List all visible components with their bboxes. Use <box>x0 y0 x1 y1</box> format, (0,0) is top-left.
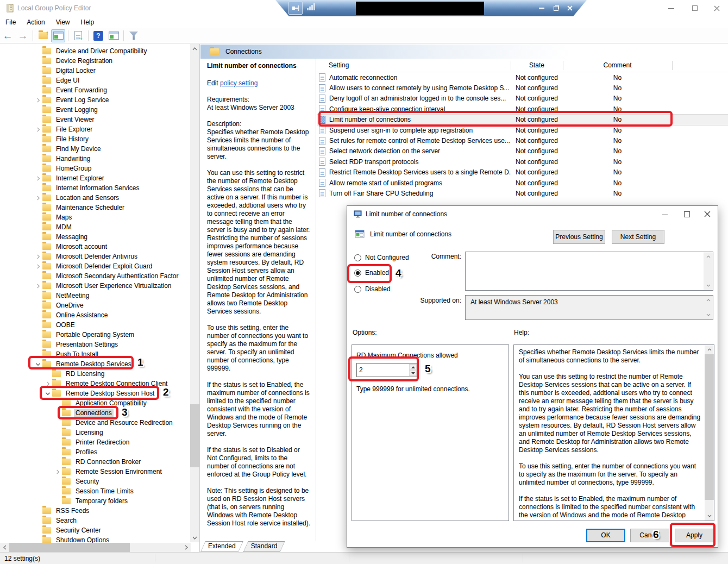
apply-button[interactable]: Apply <box>675 529 714 542</box>
radio-circle-icon[interactable] <box>354 254 361 261</box>
window-minimize-button[interactable] <box>662 0 680 16</box>
setting-row-allow-users-to-connect-remotely-by-using[interactable]: Allow users to connect remotely by using… <box>317 83 728 93</box>
tree-item-messaging[interactable]: Messaging <box>0 232 190 242</box>
setting-row-restrict-remote-desktop-services-users-t[interactable]: Restrict Remote Desktop Services users t… <box>317 167 728 178</box>
scroll-up-icon[interactable] <box>705 345 714 354</box>
scrollbar-thumb[interactable] <box>9 543 130 552</box>
column-header-setting[interactable]: Setting <box>317 59 511 72</box>
radio-disabled[interactable]: Disabled <box>354 285 391 293</box>
tree-item-microsoft-user-experience-virtualization[interactable]: Microsoft User Experience Virtualization <box>0 281 190 291</box>
radio-circle-checked-icon[interactable] <box>354 270 361 277</box>
chevron-right-icon[interactable] <box>34 174 42 183</box>
export-list-button[interactable]: → <box>71 29 85 42</box>
policy-setting-link[interactable]: policy setting <box>220 79 258 87</box>
column-header-comment[interactable]: Comment <box>563 59 672 72</box>
tree-vertical-scrollbar[interactable] <box>190 44 199 542</box>
tree-item-event-viewer[interactable]: Event Viewer <box>0 115 190 124</box>
filter-button[interactable] <box>127 29 141 42</box>
tree-item-mdm[interactable]: MDM <box>0 222 190 232</box>
dialog-maximize-button[interactable] <box>677 206 696 222</box>
max-connections-spinner[interactable]: 2 <box>356 363 418 377</box>
tree-item-printer-redirection[interactable]: Printer Redirection <box>0 437 190 447</box>
tree-item-microsoft-defender-antivirus[interactable]: Microsoft Defender Antivirus <box>0 252 190 261</box>
spinner-down-icon[interactable] <box>409 370 417 376</box>
scroll-down-icon[interactable] <box>705 511 714 521</box>
radio-not-configured[interactable]: Not Configured <box>354 254 409 261</box>
tree-item-maintenance-scheduler[interactable]: Maintenance Scheduler <box>0 203 190 212</box>
tree-item-online-assistance[interactable]: Online Assistance <box>0 310 190 320</box>
tree-item-push-to-install[interactable]: Push To Install <box>0 349 190 359</box>
setting-row-select-rdp-transport-protocols[interactable]: Select RDP transport protocolsNot config… <box>317 156 728 167</box>
supported-scrollbar[interactable] <box>704 296 713 319</box>
help-scrollbar[interactable] <box>705 345 714 521</box>
connection-quality-icon[interactable] <box>307 3 315 10</box>
scroll-up-icon[interactable] <box>704 296 713 305</box>
chevron-right-icon[interactable] <box>43 379 52 388</box>
chevron-right-icon[interactable] <box>34 281 42 290</box>
tree-item-netmeeting[interactable]: NetMeeting <box>0 291 190 300</box>
rdp-restore-button[interactable] <box>551 3 561 13</box>
tree-item-search[interactable]: Search <box>0 516 190 525</box>
back-button[interactable]: ← <box>1 29 15 42</box>
tree-item-file-explorer[interactable]: File Explorer <box>0 124 190 134</box>
tree-item-licensing[interactable]: Licensing <box>0 428 190 437</box>
tree-item-session-time-limits[interactable]: Session Time Limits <box>0 486 190 496</box>
setting-row-suspend-user-sign-in-to-complete-app-reg[interactable]: Suspend user sign-in to complete app reg… <box>317 125 728 135</box>
show-console-tree-button[interactable] <box>51 29 65 42</box>
forward-button[interactable]: → <box>16 29 30 42</box>
tree-item-remote-desktop-session-host[interactable]: Remote Desktop Session Host <box>0 388 190 398</box>
radio-enabled[interactable]: Enabled <box>354 269 389 277</box>
chevron-right-icon[interactable] <box>34 125 42 134</box>
scroll-down-icon[interactable] <box>190 533 199 542</box>
tree-item-profiles[interactable]: Profiles <box>0 447 190 457</box>
tab-extended[interactable]: Extended <box>200 541 243 552</box>
spinner-up-icon[interactable] <box>409 364 417 370</box>
tree-item-remote-session-environment[interactable]: Remote Session Environment <box>0 467 190 477</box>
tree-item-location-and-sensors[interactable]: Location and Sensors <box>0 193 190 203</box>
tree-item-temporary-folders[interactable]: Temporary folders <box>0 496 190 506</box>
scroll-right-icon[interactable] <box>181 543 191 552</box>
tree-item-presentation-settings[interactable]: Presentation Settings <box>0 340 190 349</box>
cancel-button[interactable]: Cancel <box>630 529 669 542</box>
tree-item-device-and-driver-compatibility[interactable]: Device and Driver Compatibility <box>0 46 190 56</box>
chevron-right-icon[interactable] <box>34 193 42 202</box>
tree-item-rd-connection-broker[interactable]: RD Connection Broker <box>0 457 190 467</box>
menu-file[interactable]: File <box>0 16 21 28</box>
scroll-up-icon[interactable] <box>704 252 713 261</box>
column-header-state[interactable]: State <box>511 59 563 72</box>
scroll-down-icon[interactable] <box>704 310 713 319</box>
tree-item-maps[interactable]: Maps <box>0 212 190 222</box>
tree-item-remote-desktop-services[interactable]: Remote Desktop Services <box>0 359 190 369</box>
window-close-button[interactable] <box>707 0 726 16</box>
dialog-close-button[interactable] <box>698 206 717 222</box>
up-one-level-button[interactable]: ↑ <box>36 29 50 42</box>
menu-view[interactable]: View <box>51 16 76 28</box>
tree-item-handwriting[interactable]: Handwriting <box>0 154 190 164</box>
show-action-pane-button[interactable] <box>106 29 121 42</box>
tree-item-security[interactable]: Security <box>0 477 190 486</box>
setting-row-automatic-reconnection[interactable]: Automatic reconnectionNot configuredNo <box>317 72 728 83</box>
rdp-minimize-button[interactable] <box>537 3 547 13</box>
scrollbar-thumb[interactable] <box>705 354 714 500</box>
tree-item-microsoft-account[interactable]: Microsoft account <box>0 242 190 252</box>
scroll-up-icon[interactable] <box>190 44 199 53</box>
tree-item-portable-operating-system[interactable]: Portable Operating System <box>0 330 190 340</box>
tree-item-edge-ui[interactable]: Edge UI <box>0 76 190 85</box>
chevron-right-icon[interactable] <box>53 467 62 476</box>
help-button[interactable]: ? <box>91 29 105 42</box>
scroll-left-icon[interactable] <box>0 543 9 552</box>
tree-item-rss-feeds[interactable]: RSS Feeds <box>0 506 190 516</box>
previous-setting-button[interactable]: Previous Setting <box>553 230 605 244</box>
max-connections-value[interactable]: 2 <box>359 366 363 374</box>
tree-item-digital-locker[interactable]: Digital Locker <box>0 66 190 76</box>
pin-icon[interactable] <box>288 2 303 15</box>
tree-item-internet-explorer[interactable]: Internet Explorer <box>0 173 190 183</box>
tree-item-file-history[interactable]: File History <box>0 134 190 144</box>
tree-item-find-my-device[interactable]: Find My Device <box>0 144 190 154</box>
comment-scrollbar[interactable] <box>704 252 713 290</box>
setting-row-configure-keep-alive-connection-interval[interactable]: Configure keep-alive connection interval… <box>317 104 728 114</box>
scroll-down-icon[interactable] <box>704 281 713 290</box>
tree-item-security-center[interactable]: Security Center <box>0 525 190 535</box>
radio-circle-icon[interactable] <box>354 286 361 293</box>
chevron-down-icon[interactable] <box>34 360 42 368</box>
